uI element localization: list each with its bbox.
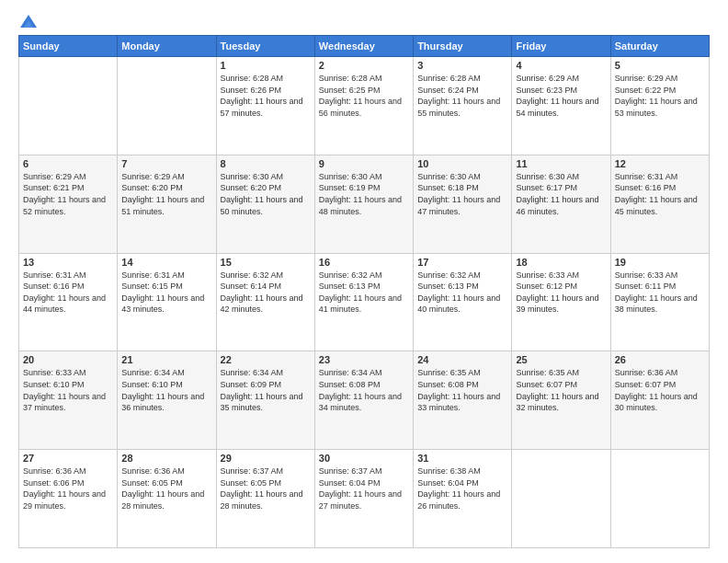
calendar-day-cell	[19, 57, 118, 155]
calendar-day-cell: 4Sunrise: 6:29 AM Sunset: 6:23 PM Daylig…	[512, 57, 610, 155]
calendar-day-cell: 20Sunrise: 6:33 AM Sunset: 6:10 PM Dayli…	[19, 351, 118, 450]
day-info: Sunrise: 6:35 AM Sunset: 6:08 PM Dayligh…	[417, 367, 507, 413]
day-number: 23	[319, 354, 409, 365]
logo	[18, 15, 37, 26]
day-info: Sunrise: 6:28 AM Sunset: 6:25 PM Dayligh…	[319, 73, 409, 119]
calendar-day-cell: 29Sunrise: 6:37 AM Sunset: 6:05 PM Dayli…	[216, 450, 314, 548]
day-number: 10	[417, 158, 507, 169]
day-number: 31	[417, 453, 507, 464]
calendar-table: SundayMondayTuesdayWednesdayThursdayFrid…	[18, 35, 710, 548]
calendar-day-cell: 21Sunrise: 6:34 AM Sunset: 6:10 PM Dayli…	[118, 351, 216, 450]
day-info: Sunrise: 6:32 AM Sunset: 6:13 PM Dayligh…	[417, 270, 507, 316]
calendar-day-cell: 3Sunrise: 6:28 AM Sunset: 6:24 PM Daylig…	[414, 57, 512, 155]
day-info: Sunrise: 6:36 AM Sunset: 6:07 PM Dayligh…	[615, 367, 705, 413]
day-number: 28	[121, 453, 211, 464]
day-info: Sunrise: 6:35 AM Sunset: 6:07 PM Dayligh…	[516, 367, 606, 413]
calendar-day-cell: 12Sunrise: 6:31 AM Sunset: 6:16 PM Dayli…	[610, 155, 709, 253]
day-info: Sunrise: 6:29 AM Sunset: 6:21 PM Dayligh…	[23, 171, 113, 217]
calendar-day-cell: 9Sunrise: 6:30 AM Sunset: 6:19 PM Daylig…	[314, 155, 413, 253]
day-number: 17	[417, 257, 507, 268]
calendar-day-cell: 30Sunrise: 6:37 AM Sunset: 6:04 PM Dayli…	[314, 450, 413, 548]
logo-icon	[20, 15, 37, 28]
day-number: 18	[516, 257, 606, 268]
calendar-day-cell: 7Sunrise: 6:29 AM Sunset: 6:20 PM Daylig…	[118, 155, 216, 253]
calendar-day-cell: 17Sunrise: 6:32 AM Sunset: 6:13 PM Dayli…	[414, 253, 512, 351]
day-number: 29	[221, 453, 311, 464]
day-of-week-header: Sunday	[19, 36, 118, 57]
calendar-day-cell: 28Sunrise: 6:36 AM Sunset: 6:05 PM Dayli…	[118, 450, 216, 548]
day-number: 22	[221, 354, 311, 365]
calendar-day-cell: 22Sunrise: 6:34 AM Sunset: 6:09 PM Dayli…	[216, 351, 314, 450]
day-info: Sunrise: 6:37 AM Sunset: 6:05 PM Dayligh…	[221, 465, 311, 511]
calendar-day-cell: 2Sunrise: 6:28 AM Sunset: 6:25 PM Daylig…	[314, 57, 413, 155]
day-number: 27	[23, 453, 113, 464]
calendar-day-cell: 1Sunrise: 6:28 AM Sunset: 6:26 PM Daylig…	[216, 57, 314, 155]
day-number: 1	[221, 60, 311, 71]
calendar-day-cell: 10Sunrise: 6:30 AM Sunset: 6:18 PM Dayli…	[414, 155, 512, 253]
day-number: 30	[319, 453, 409, 464]
day-number: 19	[615, 257, 705, 268]
day-number: 21	[121, 354, 211, 365]
day-of-week-header: Friday	[512, 36, 610, 57]
day-of-week-header: Tuesday	[216, 36, 314, 57]
calendar-day-cell: 25Sunrise: 6:35 AM Sunset: 6:07 PM Dayli…	[512, 351, 610, 450]
day-info: Sunrise: 6:37 AM Sunset: 6:04 PM Dayligh…	[319, 465, 409, 511]
day-info: Sunrise: 6:34 AM Sunset: 6:09 PM Dayligh…	[221, 367, 311, 413]
day-info: Sunrise: 6:32 AM Sunset: 6:14 PM Dayligh…	[221, 270, 311, 316]
day-info: Sunrise: 6:33 AM Sunset: 6:10 PM Dayligh…	[23, 367, 113, 413]
calendar-week-row: 27Sunrise: 6:36 AM Sunset: 6:06 PM Dayli…	[19, 450, 710, 548]
calendar-day-cell: 8Sunrise: 6:30 AM Sunset: 6:20 PM Daylig…	[216, 155, 314, 253]
day-number: 11	[516, 158, 606, 169]
day-number: 13	[23, 257, 113, 268]
page: SundayMondayTuesdayWednesdayThursdayFrid…	[0, 0, 728, 563]
day-info: Sunrise: 6:38 AM Sunset: 6:04 PM Dayligh…	[417, 465, 507, 511]
day-number: 5	[615, 60, 705, 71]
day-number: 15	[221, 257, 311, 268]
calendar-day-cell: 13Sunrise: 6:31 AM Sunset: 6:16 PM Dayli…	[19, 253, 118, 351]
day-of-week-header: Saturday	[610, 36, 709, 57]
calendar-day-cell: 24Sunrise: 6:35 AM Sunset: 6:08 PM Dayli…	[414, 351, 512, 450]
day-number: 9	[319, 158, 409, 169]
calendar-day-cell	[118, 57, 216, 155]
day-number: 16	[319, 257, 409, 268]
calendar-day-cell: 6Sunrise: 6:29 AM Sunset: 6:21 PM Daylig…	[19, 155, 118, 253]
day-number: 14	[121, 257, 211, 268]
calendar-day-cell: 27Sunrise: 6:36 AM Sunset: 6:06 PM Dayli…	[19, 450, 118, 548]
day-info: Sunrise: 6:28 AM Sunset: 6:26 PM Dayligh…	[221, 73, 311, 119]
day-info: Sunrise: 6:30 AM Sunset: 6:20 PM Dayligh…	[221, 171, 311, 217]
day-info: Sunrise: 6:29 AM Sunset: 6:20 PM Dayligh…	[121, 171, 211, 217]
day-number: 2	[319, 60, 409, 71]
calendar-week-row: 13Sunrise: 6:31 AM Sunset: 6:16 PM Dayli…	[19, 253, 710, 351]
calendar-day-cell: 5Sunrise: 6:29 AM Sunset: 6:22 PM Daylig…	[610, 57, 709, 155]
day-info: Sunrise: 6:28 AM Sunset: 6:24 PM Dayligh…	[417, 73, 507, 119]
calendar-day-cell	[512, 450, 610, 548]
day-number: 6	[23, 158, 113, 169]
calendar-week-row: 6Sunrise: 6:29 AM Sunset: 6:21 PM Daylig…	[19, 155, 710, 253]
day-info: Sunrise: 6:36 AM Sunset: 6:05 PM Dayligh…	[121, 465, 211, 511]
calendar-day-cell: 31Sunrise: 6:38 AM Sunset: 6:04 PM Dayli…	[414, 450, 512, 548]
day-info: Sunrise: 6:30 AM Sunset: 6:19 PM Dayligh…	[319, 171, 409, 217]
day-info: Sunrise: 6:31 AM Sunset: 6:15 PM Dayligh…	[121, 270, 211, 316]
calendar-day-cell: 26Sunrise: 6:36 AM Sunset: 6:07 PM Dayli…	[610, 351, 709, 450]
calendar-day-cell	[610, 450, 709, 548]
day-info: Sunrise: 6:29 AM Sunset: 6:23 PM Dayligh…	[516, 73, 606, 119]
day-info: Sunrise: 6:31 AM Sunset: 6:16 PM Dayligh…	[23, 270, 113, 316]
calendar-day-cell: 14Sunrise: 6:31 AM Sunset: 6:15 PM Dayli…	[118, 253, 216, 351]
day-number: 4	[516, 60, 606, 71]
day-info: Sunrise: 6:32 AM Sunset: 6:13 PM Dayligh…	[319, 270, 409, 316]
day-info: Sunrise: 6:30 AM Sunset: 6:18 PM Dayligh…	[417, 171, 507, 217]
day-number: 7	[121, 158, 211, 169]
day-number: 25	[516, 354, 606, 365]
calendar-day-cell: 16Sunrise: 6:32 AM Sunset: 6:13 PM Dayli…	[314, 253, 413, 351]
day-number: 3	[417, 60, 507, 71]
day-info: Sunrise: 6:36 AM Sunset: 6:06 PM Dayligh…	[23, 465, 113, 511]
day-number: 12	[615, 158, 705, 169]
day-info: Sunrise: 6:34 AM Sunset: 6:10 PM Dayligh…	[121, 367, 211, 413]
day-of-week-header: Thursday	[414, 36, 512, 57]
calendar-day-cell: 19Sunrise: 6:33 AM Sunset: 6:11 PM Dayli…	[610, 253, 709, 351]
day-info: Sunrise: 6:31 AM Sunset: 6:16 PM Dayligh…	[615, 171, 705, 217]
day-of-week-header: Wednesday	[314, 36, 413, 57]
day-number: 8	[221, 158, 311, 169]
header	[18, 15, 710, 26]
day-number: 24	[417, 354, 507, 365]
